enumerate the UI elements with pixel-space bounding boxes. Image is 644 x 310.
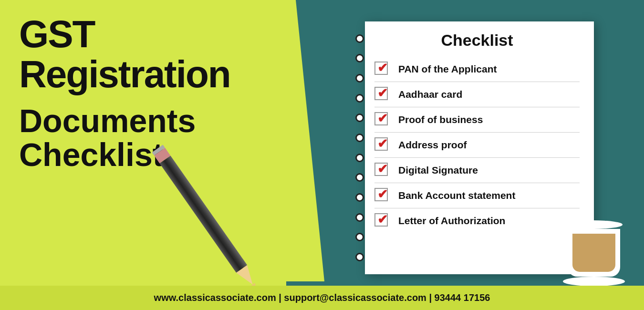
cup-top-rim [565,220,623,229]
checklist-item: ✔Aadhaar card [374,82,580,107]
checkbox-square: ✔ [374,213,388,227]
checkmark-icon: ✔ [377,136,388,151]
title-line2: Registration [19,53,230,95]
checkbox-icon: ✔ [374,188,392,203]
left-section: GST Registration Documents Checklist [0,0,286,310]
notebook-content: Checklist ✔PAN of the Applicant✔Aadhaar … [365,21,594,243]
checkmark-icon: ✔ [377,162,388,176]
spiral-binding [354,21,365,274]
cup-saucer [563,277,625,286]
spiral-ring [355,213,364,222]
page-container: GST Registration Documents Checklist [0,0,644,310]
footer-text: www.classicassociate.com | support@class… [154,292,490,303]
subtitle-line1: Documents [19,103,196,139]
coffee-cup [563,220,625,286]
right-section: Checklist ✔PAN of the Applicant✔Aadhaar … [286,0,644,310]
checkbox-square: ✔ [374,188,388,201]
checkbox-square: ✔ [374,87,388,100]
checklist-item: ✔PAN of the Applicant [374,57,580,82]
checkbox-icon: ✔ [374,213,392,228]
item-label: PAN of the Applicant [398,63,497,75]
checkmark-icon: ✔ [377,86,388,101]
item-label: Proof of business [398,114,483,125]
pencil-body [160,155,248,272]
checkbox-square: ✔ [374,112,388,125]
checkbox-square: ✔ [374,137,388,151]
checkbox-icon: ✔ [374,87,392,102]
item-label: Digital Signature [398,165,478,176]
spiral-ring [355,233,364,241]
item-label: Bank Account statement [398,190,515,201]
checklist-item: ✔Proof of business [374,107,580,133]
item-label: Aadhaar card [398,89,462,100]
checkbox-icon: ✔ [374,62,392,77]
checkmark-icon: ✔ [377,212,388,227]
checklist-title: Checklist [374,31,580,50]
cup-handle [619,238,620,262]
spiral-ring [355,74,364,83]
spiral-ring [355,193,364,202]
spiral-ring [355,253,364,261]
checklist-item: ✔Bank Account statement [374,183,580,208]
title-line1: GST [19,13,94,55]
spiral-ring [355,173,364,182]
item-label: Letter of Authorization [398,215,505,227]
spiral-ring [355,54,364,62]
footer-bar: www.classicassociate.com | support@class… [0,286,644,310]
checkbox-icon: ✔ [374,137,392,153]
cup-inner [572,234,615,272]
main-title: GST Registration [19,14,267,94]
checkmark-icon: ✔ [377,187,388,202]
spiral-ring [355,134,364,142]
checklist-item: ✔Letter of Authorization [374,208,580,233]
checkbox-square: ✔ [374,62,388,75]
checklist-notebook: Checklist ✔PAN of the Applicant✔Aadhaar … [365,21,594,274]
checklist-item: ✔Address proof [374,133,580,158]
checkmark-icon: ✔ [377,61,388,75]
checkbox-icon: ✔ [374,163,392,178]
cup-body [568,229,620,277]
spiral-ring [355,114,364,122]
spiral-ring [355,94,364,103]
checkmark-icon: ✔ [377,111,388,126]
checkbox-square: ✔ [374,163,388,176]
checkbox-icon: ✔ [374,112,392,127]
spiral-ring [355,34,364,43]
checklist-item: ✔Digital Signature [374,158,580,183]
item-label: Address proof [398,139,467,151]
checklist-items-container: ✔PAN of the Applicant✔Aadhaar card✔Proof… [374,57,580,233]
spiral-ring [355,154,364,162]
